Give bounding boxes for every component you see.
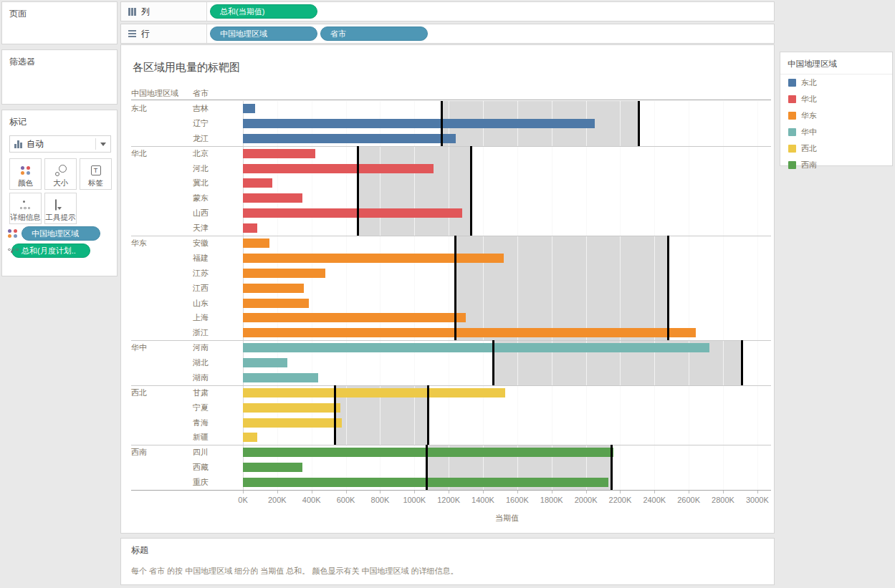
rows-shelf[interactable]: 行 中国地理区域 省市 [120, 24, 775, 44]
legend-swatch [788, 79, 796, 87]
province-label[interactable]: 四川 [193, 445, 209, 460]
filters-panel-title: 筛选器 [2, 50, 117, 71]
province-label[interactable]: 宁夏 [193, 400, 209, 415]
region-label[interactable]: 西南 [131, 445, 147, 460]
bar[interactable] [243, 104, 255, 113]
province-label[interactable]: 蒙东 [193, 191, 209, 206]
province-label[interactable]: 天津 [193, 221, 209, 236]
region-label[interactable]: 华中 [131, 340, 147, 355]
bar[interactable] [243, 269, 325, 278]
province-label[interactable]: 江苏 [193, 266, 209, 281]
province-label[interactable]: 北京 [193, 146, 209, 161]
bullet-chart-plot: 东北吉林辽宁龙江华北北京河北冀北蒙东山西天津华东安徽福建江苏江西山东上海浙江华中… [121, 45, 774, 533]
axis-tick [346, 491, 347, 493]
province-label[interactable]: 新疆 [193, 430, 209, 445]
bar[interactable] [243, 119, 595, 128]
legend-item-华北[interactable]: 华北 [780, 91, 892, 107]
axis-tick [552, 491, 552, 493]
rows-pill-province[interactable]: 省市 [320, 26, 428, 41]
axis-tick-label: 400K [302, 496, 321, 504]
bar[interactable] [243, 193, 302, 203]
bar[interactable] [243, 299, 309, 308]
province-label[interactable]: 湖北 [193, 355, 209, 370]
bar[interactable] [243, 463, 302, 472]
gridline-over-band [689, 101, 689, 490]
province-label[interactable]: 冀北 [193, 175, 209, 191]
province-label[interactable]: 龙江 [193, 131, 209, 146]
province-label[interactable]: 福建 [193, 251, 209, 266]
tooltip-button[interactable]: 工具提示 [44, 193, 77, 224]
legend-swatch [788, 145, 796, 153]
rows-pill-region[interactable]: 中国地理区域 [210, 26, 317, 41]
bar[interactable] [243, 433, 257, 442]
province-label[interactable]: 甘肃 [193, 385, 209, 400]
bar[interactable] [243, 223, 257, 233]
bar[interactable] [243, 328, 696, 337]
gridline-over-band [483, 101, 484, 490]
province-label[interactable]: 重庆 [193, 475, 209, 490]
province-label[interactable]: 青海 [193, 415, 209, 430]
mark-type-dropdown[interactable]: 自动 [9, 135, 111, 153]
bar[interactable] [243, 178, 272, 188]
pages-panel-title: 页面 [2, 2, 117, 23]
legend-item-西北[interactable]: 西北 [780, 140, 892, 157]
bar[interactable] [243, 418, 342, 428]
columns-shelf[interactable]: 列 总和(当期值) [120, 1, 775, 21]
province-label[interactable]: 浙江 [193, 325, 209, 340]
region-label[interactable]: 华东 [131, 236, 147, 251]
rows-icon [128, 30, 136, 38]
province-label[interactable]: 安徽 [193, 236, 209, 251]
columns-pill-current-value-sum[interactable]: 总和(当期值) [210, 4, 317, 19]
legend-label: 华东 [801, 110, 817, 121]
province-label[interactable]: 山西 [193, 206, 209, 221]
province-label[interactable]: 吉林 [193, 101, 209, 116]
bar[interactable] [243, 164, 434, 173]
bar[interactable] [243, 313, 466, 322]
gridline-over-band [586, 101, 587, 490]
gridline-over-band [414, 101, 415, 490]
reference-line [454, 236, 456, 340]
province-label[interactable]: 辽宁 [193, 116, 209, 131]
bar[interactable] [243, 373, 318, 382]
bar[interactable] [243, 254, 504, 263]
size-button[interactable]: 大小 [44, 158, 77, 190]
bar[interactable] [243, 208, 462, 218]
bar[interactable] [243, 448, 613, 457]
bar[interactable] [243, 343, 709, 352]
bar[interactable] [243, 388, 505, 397]
axis-tick [277, 491, 278, 493]
region-label[interactable]: 华北 [131, 146, 147, 161]
bar[interactable] [243, 149, 315, 158]
province-label[interactable]: 西藏 [193, 460, 209, 475]
axis-tick [517, 491, 518, 493]
label-button[interactable]: T 标签 [80, 158, 112, 190]
province-label[interactable]: 山东 [193, 296, 209, 311]
region-label[interactable]: 西北 [131, 385, 147, 400]
axis-tick-label: 1800K [540, 496, 563, 504]
marks-pill-region[interactable]: 中国地理区域 [21, 226, 100, 241]
bar[interactable] [243, 284, 304, 293]
detail-button[interactable]: 详细信息 [9, 193, 42, 224]
bar[interactable] [243, 134, 456, 143]
legend-item-西南[interactable]: 西南 [780, 157, 892, 173]
bar[interactable] [243, 238, 269, 248]
bar[interactable] [243, 403, 340, 413]
province-label[interactable]: 江西 [193, 281, 209, 296]
region-label[interactable]: 东北 [131, 101, 147, 116]
province-label[interactable]: 湖南 [193, 370, 209, 385]
columns-shelf-label: 列 [141, 6, 150, 18]
mark-type-value: 自动 [22, 138, 91, 150]
legend-item-华中[interactable]: 华中 [780, 124, 892, 140]
legend-item-华东[interactable]: 华东 [780, 107, 892, 124]
marks-pill-plan-sum[interactable]: 总和(月度计划.. [11, 244, 90, 258]
province-label[interactable]: 上海 [193, 310, 209, 325]
gridline [243, 101, 244, 490]
axis-tick-label: 2000K [575, 496, 598, 504]
province-label[interactable]: 河北 [193, 161, 209, 176]
bar[interactable] [243, 358, 287, 367]
color-button[interactable]: 颜色 [9, 158, 42, 190]
province-label[interactable]: 河南 [193, 340, 209, 355]
legend-item-东北[interactable]: 东北 [780, 74, 892, 91]
axis-tick-label: 1400K [472, 496, 494, 504]
marks-panel-title: 标记 [2, 110, 117, 131]
